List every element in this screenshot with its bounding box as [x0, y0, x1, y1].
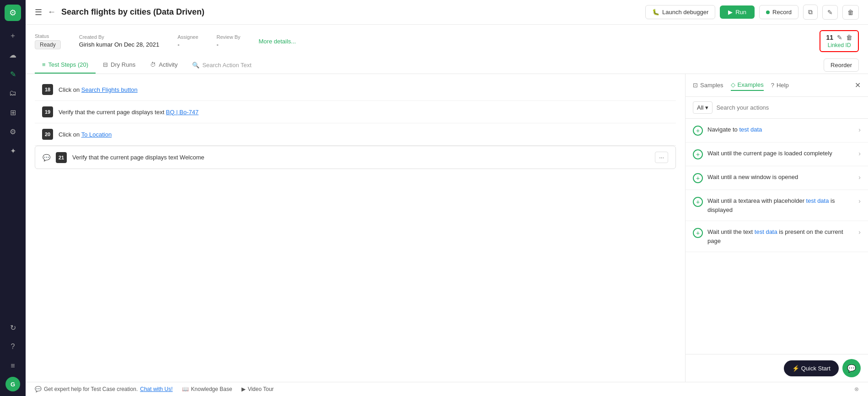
action-text-5: Wait until the text test data is present… [707, 227, 854, 245]
sidebar-icon-refresh[interactable]: ↻ [5, 319, 21, 336]
assignee-label: Assignee [177, 34, 198, 40]
chat-button[interactable]: 💬 [842, 359, 861, 377]
step-link-20[interactable]: To Location [81, 131, 112, 138]
chevron-down-icon: ▾ [705, 104, 708, 111]
help-icon: ? [771, 82, 774, 89]
edit-linked-icon[interactable]: ✎ [837, 34, 842, 41]
right-panel-close-button[interactable]: ✕ [855, 81, 861, 90]
copy-button[interactable]: ⧉ [803, 5, 818, 20]
chevron-right-icon-2: › [858, 150, 861, 157]
chevron-right-icon-4: › [858, 197, 861, 205]
step-number-21: 21 [56, 152, 67, 163]
delete-linked-icon[interactable]: 🗑 [846, 34, 852, 41]
main-content: ☰ ← Search flights by cities (Data Drive… [26, 0, 868, 396]
content-area: 18 Click on Search Flights button 19 Ver… [26, 74, 868, 382]
sidebar-icon-list[interactable]: ≡ [5, 358, 21, 374]
table-row: 18 Click on Search Flights button [35, 79, 676, 101]
search-action-text[interactable]: 🔍 Search Action Text [185, 57, 258, 73]
delete-button[interactable]: 🗑 [842, 5, 859, 20]
meta-row: Status Ready Created By Girish kumar On … [26, 25, 868, 52]
list-icon: ≡ [42, 61, 46, 68]
chat-help-item: 💬 Get expert help for Test Case creation… [35, 386, 173, 392]
bottom-bar-close-button[interactable]: ⊗ [854, 386, 859, 392]
review-by-label: Review By [217, 34, 241, 40]
sidebar-icon-add[interactable]: ＋ [5, 27, 21, 44]
sidebar-icon-plugin[interactable]: ✦ [5, 143, 21, 159]
step-number-18: 18 [42, 84, 53, 95]
step-link-19[interactable]: BQ | Bo-747 [166, 109, 198, 116]
hamburger-icon[interactable]: ☰ [35, 7, 42, 17]
run-icon: ▶ [728, 9, 733, 16]
action-text-3: Wait until a new window is opened [707, 173, 854, 182]
sidebar-logo[interactable]: ⚙ [5, 5, 21, 21]
created-by-meta: Created By Girish kumar On Dec 28, 2021 [79, 34, 160, 48]
list-item[interactable]: + Wait until a textarea with placeholder… [686, 190, 868, 221]
list-item[interactable]: + Wait until a new window is opened › [686, 166, 868, 190]
record-dot-icon [766, 11, 770, 14]
sidebar-icon-grid[interactable]: ⊞ [5, 104, 21, 121]
list-item[interactable]: + Navigate to test data › [686, 119, 868, 143]
created-by-value: Girish kumar On Dec 28, 2021 [79, 41, 160, 48]
run-button[interactable]: ▶ Run [720, 5, 755, 19]
more-details-link[interactable]: More details... [259, 38, 296, 45]
search-actions-input[interactable] [716, 104, 861, 111]
examples-icon: ◇ [731, 81, 735, 88]
sidebar-icon-edit[interactable]: ✎ [5, 66, 21, 82]
sidebar-avatar[interactable]: G [5, 377, 20, 391]
tab-dry-runs[interactable]: ⊟ Dry Runs [96, 57, 143, 74]
review-by-value: - [217, 41, 241, 48]
steps-panel: 18 Click on Search Flights button 19 Ver… [26, 74, 685, 382]
sidebar-icon-help[interactable]: ? [5, 338, 21, 355]
action-items-list: + Navigate to test data › + Wait until t… [686, 119, 868, 354]
book-icon: 📖 [182, 386, 189, 392]
reorder-button[interactable]: Reorder [824, 58, 859, 72]
sidebar-icon-briefcase[interactable]: 🗂 [5, 85, 21, 101]
add-action-icon-1: + [693, 126, 703, 136]
right-tab-examples[interactable]: ◇ Examples [731, 79, 764, 91]
chevron-right-icon-1: › [858, 126, 861, 133]
assignee-value: - [177, 41, 198, 48]
header-actions: 🐛 Launch debugger ▶ Run Record ⧉ ✎ 🗑 [645, 5, 859, 20]
tab-activity[interactable]: ⏱ Activity [143, 57, 185, 74]
status-badge: Ready [35, 40, 61, 49]
list-item[interactable]: + Wait until the text test data is prese… [686, 221, 868, 252]
edit-button[interactable]: ✎ [822, 5, 838, 20]
samples-icon: ⊡ [693, 82, 698, 89]
step-link-18[interactable]: Search Flights button [81, 86, 138, 93]
table-row: 💬 21 Verify that the current page displa… [35, 146, 676, 169]
record-button[interactable]: Record [759, 5, 798, 19]
quick-start-button[interactable]: ⚡ Quick Start [784, 360, 839, 376]
tabs-row: ≡ Test Steps (20) ⊟ Dry Runs ⏱ Activity … [26, 57, 868, 74]
tab-test-steps[interactable]: ≡ Test Steps (20) [35, 57, 96, 74]
knowledge-base-item[interactable]: 📖 Knowledge Base [182, 386, 232, 392]
linked-id-top: 11 ✎ 🗑 [826, 34, 852, 41]
created-by-label: Created By [79, 34, 160, 40]
step-number-20: 20 [42, 129, 53, 140]
add-action-icon-3: + [693, 173, 703, 183]
status-label: Status [35, 33, 61, 39]
filter-dropdown[interactable]: All ▾ [693, 101, 713, 114]
search-icon: 🔍 [192, 62, 199, 69]
video-icon: ▶ [241, 386, 246, 392]
step-text-21: Verify that the current page displays te… [72, 154, 649, 161]
right-tab-samples[interactable]: ⊡ Samples [693, 80, 723, 90]
sidebar-icon-cloud[interactable]: ☁ [5, 47, 21, 63]
launch-debugger-button[interactable]: 🐛 Launch debugger [645, 5, 715, 19]
step-more-button-21[interactable]: ··· [655, 152, 668, 163]
action-text-1: Navigate to test data [707, 125, 854, 134]
video-tour-item[interactable]: ▶ Video Tour [241, 386, 274, 392]
table-row: 19 Verify that the current page displays… [35, 101, 676, 123]
status-meta: Status Ready [35, 33, 61, 49]
sidebar-icon-settings[interactable]: ⚙ [5, 123, 21, 140]
linked-id-count: 11 [826, 34, 833, 41]
linked-id-label: Linked ID [828, 42, 851, 48]
step-text-19: Verify that the current page displays te… [59, 109, 669, 116]
back-arrow-icon[interactable]: ← [48, 7, 56, 17]
list-item[interactable]: + Wait until the current page is loaded … [686, 143, 868, 166]
right-tab-help[interactable]: ? Help [771, 80, 789, 90]
sidebar: ⚙ ＋ ☁ ✎ 🗂 ⊞ ⚙ ✦ ↻ ? ≡ G [0, 0, 26, 396]
activity-icon: ⏱ [150, 61, 156, 68]
chat-us-link[interactable]: Chat with Us! [140, 386, 172, 392]
add-action-icon-2: + [693, 149, 703, 159]
video-tour-label: Video Tour [248, 386, 274, 392]
